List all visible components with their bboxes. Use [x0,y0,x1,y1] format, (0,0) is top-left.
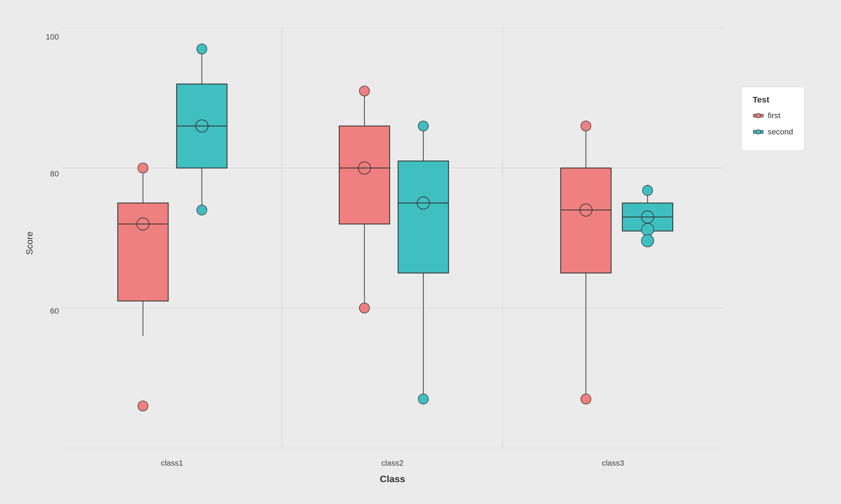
y-axis-title: Score [24,232,35,255]
svg-rect-21 [339,126,390,224]
svg-point-13 [138,401,148,411]
chart-container: 100 80 60 40 Score [0,0,841,504]
svg-point-33 [418,121,428,131]
y-axis: 100 80 60 40 [34,28,59,448]
y-tick-80: 80 [34,169,59,178]
svg-rect-35 [561,168,611,273]
legend-item-second: second [753,126,793,138]
legend-icon-first [753,110,764,121]
chart-area: 100 80 60 40 Score [62,28,723,448]
svg-point-41 [581,394,591,404]
legend-icon-second [753,126,764,138]
svg-point-12 [138,163,148,173]
legend: Test first second [741,87,805,151]
svg-point-40 [581,121,591,131]
legend-label-first: first [768,111,780,120]
svg-point-51 [756,113,760,118]
x-label-class3: class3 [602,458,624,468]
legend-label-second: second [768,127,793,137]
svg-point-34 [418,394,428,404]
chart-wrapper: 100 80 60 40 Score [28,17,813,487]
x-label-class1: class1 [161,458,183,468]
svg-point-26 [359,86,370,96]
y-tick-60: 60 [34,307,59,316]
svg-point-19 [197,44,207,54]
svg-point-48 [641,235,654,247]
legend-item-first: first [753,110,793,121]
svg-point-20 [197,205,207,215]
plot-svg [62,28,723,448]
legend-title: Test [753,95,793,105]
x-axis: class1 class2 class3 [62,458,723,468]
svg-point-49 [642,185,653,195]
y-tick-100: 100 [34,33,59,41]
x-label-class2: class2 [381,458,404,468]
x-axis-title: Class [62,473,723,484]
svg-point-53 [756,130,760,134]
svg-point-47 [641,223,654,236]
svg-point-27 [359,303,370,313]
svg-rect-28 [398,161,448,273]
